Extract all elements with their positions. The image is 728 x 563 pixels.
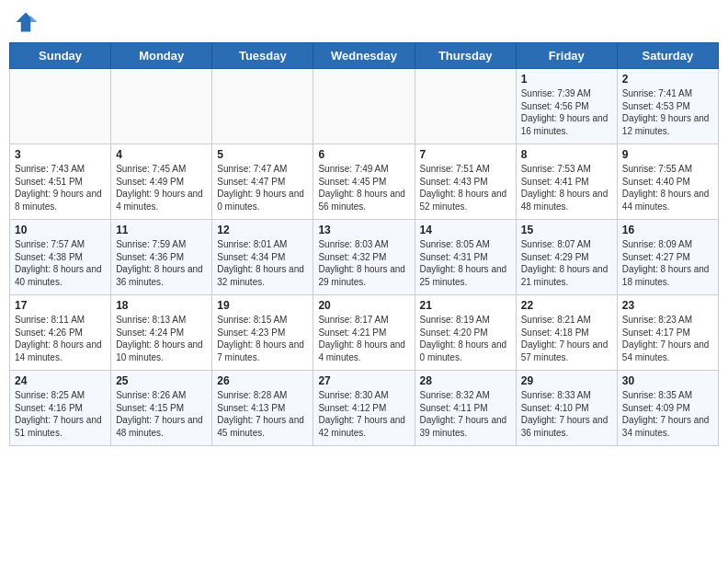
day-number: 10 [15, 224, 106, 236]
day-number: 5 [217, 148, 308, 161]
calendar-cell [313, 69, 415, 144]
svg-marker-2 [30, 16, 37, 22]
day-number: 21 [420, 299, 511, 312]
calendar-cell: 9Sunrise: 7:55 AM Sunset: 4:40 PM Daylig… [617, 144, 718, 220]
calendar-cell: 1Sunrise: 7:39 AM Sunset: 4:56 PM Daylig… [516, 69, 617, 144]
day-info: Sunrise: 8:33 AM Sunset: 4:10 PM Dayligh… [521, 389, 612, 439]
column-header-sunday: Sunday [10, 43, 111, 69]
calendar-cell: 12Sunrise: 8:01 AM Sunset: 4:34 PM Dayli… [212, 220, 313, 295]
day-number: 8 [521, 148, 612, 161]
calendar-cell: 21Sunrise: 8:19 AM Sunset: 4:20 PM Dayli… [415, 295, 516, 371]
column-header-wednesday: Wednesday [313, 43, 415, 69]
calendar-cell: 8Sunrise: 7:53 AM Sunset: 4:41 PM Daylig… [516, 144, 617, 220]
day-number: 2 [622, 73, 713, 86]
day-number: 14 [420, 224, 511, 236]
calendar-week-3: 10Sunrise: 7:57 AM Sunset: 4:38 PM Dayli… [10, 220, 719, 295]
calendar-cell: 18Sunrise: 8:13 AM Sunset: 4:24 PM Dayli… [111, 295, 212, 371]
day-info: Sunrise: 7:41 AM Sunset: 4:53 PM Dayligh… [622, 87, 713, 137]
calendar-cell: 10Sunrise: 7:57 AM Sunset: 4:38 PM Dayli… [10, 220, 111, 295]
calendar-week-1: 1Sunrise: 7:39 AM Sunset: 4:56 PM Daylig… [10, 69, 719, 144]
calendar-body: 1Sunrise: 7:39 AM Sunset: 4:56 PM Daylig… [10, 69, 719, 446]
day-number: 23 [622, 299, 713, 312]
header-row: SundayMondayTuesdayWednesdayThursdayFrid… [10, 43, 719, 69]
calendar-header: SundayMondayTuesdayWednesdayThursdayFrid… [10, 43, 719, 69]
calendar-cell: 13Sunrise: 8:03 AM Sunset: 4:32 PM Dayli… [313, 220, 415, 295]
day-info: Sunrise: 8:15 AM Sunset: 4:23 PM Dayligh… [217, 314, 308, 363]
day-info: Sunrise: 7:47 AM Sunset: 4:47 PM Dayligh… [217, 163, 308, 213]
calendar-cell: 27Sunrise: 8:30 AM Sunset: 4:12 PM Dayli… [313, 371, 415, 446]
calendar-cell [415, 69, 516, 144]
day-number: 24 [15, 374, 106, 387]
day-info: Sunrise: 7:49 AM Sunset: 4:45 PM Dayligh… [318, 163, 409, 213]
day-number: 4 [116, 148, 207, 161]
calendar-cell: 5Sunrise: 7:47 AM Sunset: 4:47 PM Daylig… [212, 144, 313, 220]
calendar-cell: 7Sunrise: 7:51 AM Sunset: 4:43 PM Daylig… [415, 144, 516, 220]
day-info: Sunrise: 7:45 AM Sunset: 4:49 PM Dayligh… [116, 163, 207, 213]
day-info: Sunrise: 8:30 AM Sunset: 4:12 PM Dayligh… [318, 389, 409, 439]
day-info: Sunrise: 8:01 AM Sunset: 4:34 PM Dayligh… [217, 238, 308, 288]
calendar-cell: 28Sunrise: 8:32 AM Sunset: 4:11 PM Dayli… [415, 371, 516, 446]
column-header-saturday: Saturday [617, 43, 718, 69]
calendar-cell: 26Sunrise: 8:28 AM Sunset: 4:13 PM Dayli… [212, 371, 313, 446]
day-number: 13 [318, 224, 409, 236]
day-number: 29 [521, 374, 612, 387]
calendar-cell: 20Sunrise: 8:17 AM Sunset: 4:21 PM Dayli… [313, 295, 415, 371]
day-info: Sunrise: 8:28 AM Sunset: 4:13 PM Dayligh… [217, 389, 308, 439]
column-header-thursday: Thursday [415, 43, 516, 69]
day-info: Sunrise: 7:39 AM Sunset: 4:56 PM Dayligh… [521, 87, 612, 137]
calendar-cell: 3Sunrise: 7:43 AM Sunset: 4:51 PM Daylig… [10, 144, 111, 220]
calendar-cell: 14Sunrise: 8:05 AM Sunset: 4:31 PM Dayli… [415, 220, 516, 295]
calendar-cell: 29Sunrise: 8:33 AM Sunset: 4:10 PM Dayli… [516, 371, 617, 446]
day-number: 6 [318, 148, 409, 161]
day-number: 25 [116, 374, 207, 387]
day-info: Sunrise: 8:19 AM Sunset: 4:20 PM Dayligh… [420, 314, 511, 363]
day-number: 3 [15, 148, 106, 161]
day-number: 15 [521, 224, 612, 236]
logo [13, 9, 42, 35]
calendar-cell: 15Sunrise: 8:07 AM Sunset: 4:29 PM Dayli… [516, 220, 617, 295]
day-number: 28 [420, 374, 511, 387]
day-number: 9 [622, 148, 713, 161]
day-info: Sunrise: 7:55 AM Sunset: 4:40 PM Dayligh… [622, 163, 713, 213]
day-info: Sunrise: 8:21 AM Sunset: 4:18 PM Dayligh… [521, 314, 612, 363]
column-header-friday: Friday [516, 43, 617, 69]
page-header [9, 9, 719, 35]
day-number: 18 [116, 299, 207, 312]
logo-icon [13, 9, 39, 35]
calendar-cell: 2Sunrise: 7:41 AM Sunset: 4:53 PM Daylig… [617, 69, 718, 144]
calendar-cell: 6Sunrise: 7:49 AM Sunset: 4:45 PM Daylig… [313, 144, 415, 220]
calendar-week-2: 3Sunrise: 7:43 AM Sunset: 4:51 PM Daylig… [10, 144, 719, 220]
calendar-cell: 30Sunrise: 8:35 AM Sunset: 4:09 PM Dayli… [617, 371, 718, 446]
day-number: 26 [217, 374, 308, 387]
calendar-cell: 22Sunrise: 8:21 AM Sunset: 4:18 PM Dayli… [516, 295, 617, 371]
calendar-cell: 11Sunrise: 7:59 AM Sunset: 4:36 PM Dayli… [111, 220, 212, 295]
day-number: 27 [318, 374, 409, 387]
day-info: Sunrise: 8:26 AM Sunset: 4:15 PM Dayligh… [116, 389, 207, 439]
calendar-cell [10, 69, 111, 144]
day-info: Sunrise: 7:59 AM Sunset: 4:36 PM Dayligh… [116, 238, 207, 288]
day-number: 19 [217, 299, 308, 312]
day-info: Sunrise: 8:23 AM Sunset: 4:17 PM Dayligh… [622, 314, 713, 363]
day-number: 20 [318, 299, 409, 312]
day-info: Sunrise: 7:51 AM Sunset: 4:43 PM Dayligh… [420, 163, 511, 213]
column-header-tuesday: Tuesday [212, 43, 313, 69]
day-info: Sunrise: 8:09 AM Sunset: 4:27 PM Dayligh… [622, 238, 713, 288]
calendar-cell: 4Sunrise: 7:45 AM Sunset: 4:49 PM Daylig… [111, 144, 212, 220]
calendar-cell: 25Sunrise: 8:26 AM Sunset: 4:15 PM Dayli… [111, 371, 212, 446]
day-number: 11 [116, 224, 207, 236]
calendar-week-5: 24Sunrise: 8:25 AM Sunset: 4:16 PM Dayli… [10, 371, 719, 446]
calendar-cell: 23Sunrise: 8:23 AM Sunset: 4:17 PM Dayli… [617, 295, 718, 371]
day-info: Sunrise: 7:53 AM Sunset: 4:41 PM Dayligh… [521, 163, 612, 213]
day-number: 7 [420, 148, 511, 161]
day-number: 30 [622, 374, 713, 387]
day-info: Sunrise: 7:43 AM Sunset: 4:51 PM Dayligh… [15, 163, 106, 213]
day-number: 16 [622, 224, 713, 236]
day-number: 12 [217, 224, 308, 236]
day-info: Sunrise: 8:17 AM Sunset: 4:21 PM Dayligh… [318, 314, 409, 363]
calendar-cell: 17Sunrise: 8:11 AM Sunset: 4:26 PM Dayli… [10, 295, 111, 371]
day-info: Sunrise: 8:32 AM Sunset: 4:11 PM Dayligh… [420, 389, 511, 439]
day-info: Sunrise: 7:57 AM Sunset: 4:38 PM Dayligh… [15, 238, 106, 288]
day-info: Sunrise: 8:11 AM Sunset: 4:26 PM Dayligh… [15, 314, 106, 363]
day-info: Sunrise: 8:03 AM Sunset: 4:32 PM Dayligh… [318, 238, 409, 288]
calendar-table: SundayMondayTuesdayWednesdayThursdayFrid… [9, 42, 719, 446]
